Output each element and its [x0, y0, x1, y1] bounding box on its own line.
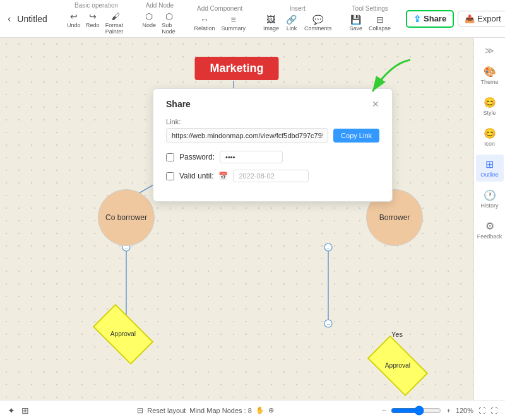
right-sidebar: ≫ 🎨 Theme 😊 Style 😊 Icon ⊞ Outline 🕐 His… [473, 38, 505, 400]
dialog-title: Share [166, 99, 191, 109]
link-row-container: Link: Copy Link [166, 118, 379, 143]
svg-point-9 [324, 243, 332, 251]
format-painter-button[interactable]: 🖌Format Painter [103, 10, 128, 36]
group-tool-settings: Tool Settings 💾Save ⊟Collapse [347, 5, 393, 33]
group-basic-operation: Basic operation ↩Undo ↪Redo 🖌Format Pain… [65, 2, 128, 36]
collapse-button[interactable]: ⊟Collapse [366, 13, 393, 33]
statusbar-left: ✦ ⊞ [8, 405, 29, 416]
group-add-component: Add Component ↔Relation ≡Summary [191, 5, 248, 33]
valid-until-label: Valid until: [179, 172, 213, 180]
svg-text:−: − [125, 245, 128, 251]
outline-icon: ⊞ [485, 158, 494, 170]
group-insert-items: 🖼Image 🔗Link 💬Comments [261, 13, 335, 33]
valid-until-checkbox[interactable] [166, 172, 174, 180]
sidebar-collapse-button[interactable]: ≫ [482, 43, 497, 58]
group-basic-items: ↩Undo ↪Redo 🖌Format Painter [65, 10, 128, 36]
group-addnode-label: Add Node [146, 2, 174, 9]
dialog-header: Share ✕ [166, 99, 379, 109]
statusbar-right: − + 120% ⛶ ⛶ [382, 405, 497, 416]
sidebar-item-history[interactable]: 🕐 History [476, 185, 504, 213]
share-button[interactable]: ⇪ Share [406, 10, 454, 28]
valid-until-input[interactable] [233, 170, 309, 182]
undo-button[interactable]: ↩Undo [65, 10, 83, 36]
sidebar-item-outline[interactable]: ⊞ Outline [476, 155, 504, 182]
group-addnode-items: ⬡Node ⬡Sub Node [140, 10, 179, 36]
icon-icon: 😊 [484, 127, 496, 139]
svg-text:−: − [327, 322, 330, 327]
calendar-icon: 📅 [218, 172, 228, 180]
share-label: Share [424, 14, 446, 23]
add-node-status-icon[interactable]: ✦ [8, 405, 15, 416]
svg-text:−: − [327, 245, 330, 251]
share-icon: ⇪ [413, 14, 421, 24]
copy-link-button[interactable]: Copy Link [333, 129, 379, 143]
sidebar-item-theme[interactable]: 🎨 Theme [476, 62, 504, 89]
image-button[interactable]: 🖼Image [261, 13, 282, 33]
redo-button[interactable]: ↪Redo [84, 10, 102, 36]
group-basic-label: Basic operation [74, 2, 118, 9]
group-insert: Insert 🖼Image 🔗Link 💬Comments [261, 5, 335, 33]
history-icon: 🕐 [484, 189, 496, 201]
theme-icon: 🎨 [484, 66, 496, 78]
feedback-icon: ⚙ [485, 220, 494, 232]
relation-button[interactable]: ↔Relation [191, 13, 217, 33]
group-add-node: Add Node ⬡Node ⬡Sub Node [140, 2, 179, 36]
app-title: Untitled [17, 14, 47, 24]
valid-until-row: Valid until: 📅 [166, 170, 379, 182]
zoom-out-icon[interactable]: − [382, 407, 386, 414]
password-input[interactable] [220, 151, 283, 163]
style-icon: 😊 [484, 96, 496, 108]
sub-node-button[interactable]: ⬡Sub Node [159, 10, 179, 36]
sidebar-item-icon[interactable]: 😊 Icon [476, 124, 504, 151]
share-dialog: Share ✕ Link: Copy Link Password: Va [153, 88, 393, 202]
reset-layout-label[interactable]: Reset layout [147, 407, 186, 414]
zoom-percentage: 120% [456, 407, 473, 414]
approval-left-node[interactable]: Approval [93, 304, 153, 365]
back-button[interactable]: ‹ [5, 11, 13, 27]
group-addcomp-label: Add Component [197, 5, 242, 12]
sidebar-item-style[interactable]: 😊 Style [476, 93, 504, 120]
statusbar-center: ⊟ Reset layout Mind Map Nodes : 8 ✋ ⊕ [37, 406, 374, 415]
comments-button[interactable]: 💬Comments [302, 13, 335, 33]
link-button[interactable]: 🔗Link [283, 13, 300, 33]
sidebar-item-feedback[interactable]: ⚙ Feedback [476, 216, 504, 243]
node-button[interactable]: ⬡Node [140, 10, 158, 36]
password-row: Password: [166, 151, 379, 163]
statusbar: ✦ ⊞ ⊟ Reset layout Mind Map Nodes : 8 ✋ … [0, 400, 505, 420]
coborrower-node[interactable]: Co borrower [98, 189, 155, 246]
zoom-slider[interactable] [391, 405, 441, 416]
dialog-close-button[interactable]: ✕ [372, 100, 379, 108]
group-addcomp-items: ↔Relation ≡Summary [191, 13, 248, 33]
fit-screen-icon[interactable]: ⛶ [478, 407, 485, 414]
save-button[interactable]: 💾Save [347, 13, 365, 33]
link-input-row: Copy Link [166, 128, 379, 143]
link-input[interactable] [166, 128, 328, 143]
export-icon: 📤 [465, 14, 475, 23]
group-toolsettings-items: 💾Save ⊟Collapse [347, 13, 393, 33]
group-insert-label: Insert [290, 5, 306, 12]
summary-button[interactable]: ≡Summary [218, 13, 248, 33]
export-label: Export [477, 14, 501, 23]
password-label: Password: [179, 153, 215, 161]
canvas[interactable]: − − − − Marketing Fillout forms Co borro… [0, 38, 473, 400]
fullscreen-icon[interactable]: ⛶ [490, 407, 497, 414]
svg-point-11 [324, 320, 332, 327]
link-label: Link: [166, 118, 379, 125]
toolbar: ‹ Untitled Basic operation ↩Undo ↪Redo 🖌… [0, 0, 505, 38]
yes-label: Yes [391, 330, 403, 338]
marketing-node[interactable]: Marketing [194, 57, 278, 80]
zoom-in-icon[interactable]: + [446, 407, 450, 414]
group-toolsettings-label: Tool Settings [352, 5, 388, 12]
main-area: − − − − Marketing Fillout forms Co borro… [0, 38, 505, 400]
reset-layout-icon: ⊟ [137, 406, 143, 415]
hand-icon: ✋ [256, 406, 264, 414]
approval-right-node[interactable]: Approval [367, 335, 428, 396]
nodes-label: Mind Map Nodes : 8 [189, 407, 251, 414]
add-icon: ⊕ [268, 406, 274, 414]
grid-icon[interactable]: ⊞ [21, 405, 29, 416]
export-button[interactable]: 📤 Export [458, 11, 505, 26]
password-checkbox[interactable] [166, 153, 174, 161]
